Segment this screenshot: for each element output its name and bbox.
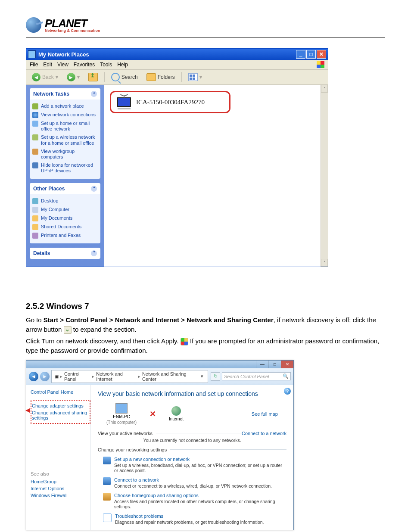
- disconnected-icon: ✕: [149, 409, 156, 419]
- search-input[interactable]: Search Control Panel 🔍: [222, 372, 291, 380]
- see-also-homegroup[interactable]: HomeGroup: [31, 479, 90, 484]
- opt-homegroup[interactable]: Choose homegroup and sharing options Acc…: [103, 493, 286, 509]
- task-setup-wireless[interactable]: Set up a wireless network for a home or …: [31, 133, 99, 147]
- folders-button[interactable]: Folders: [143, 72, 178, 82]
- menu-view[interactable]: View: [57, 62, 68, 68]
- search-icon: 🔍: [283, 373, 289, 379]
- back-arrow-icon: ◄: [32, 73, 40, 81]
- folder-up-icon: [88, 73, 98, 81]
- menu-favorites[interactable]: Favorites: [74, 62, 95, 68]
- minimize-button[interactable]: _: [296, 50, 305, 59]
- breadcrumb-dropdown-icon[interactable]: ▾: [199, 373, 205, 379]
- control-panel-home-link[interactable]: Control Panel Home: [31, 389, 90, 395]
- device-label[interactable]: ICA-5150-00304FA29270: [136, 99, 205, 106]
- expand-icon[interactable]: ˅: [91, 250, 97, 256]
- task-view-workgroup[interactable]: View workgroup computers: [31, 147, 99, 161]
- win7-titlebar[interactable]: — □ ✕: [26, 361, 293, 368]
- expand-arrow-icon: [64, 326, 72, 334]
- win7-main-pane: ? View your basic network information an…: [91, 385, 293, 530]
- windows-flag-icon: [317, 61, 324, 68]
- scroll-down-icon[interactable]: ˅: [321, 259, 328, 267]
- menu-edit[interactable]: Edit: [43, 62, 52, 68]
- opt-connect-network[interactable]: Connect to a network Connect or reconnec…: [103, 477, 286, 488]
- win7-window: — □ ✕ ◄ ► ▣ ▸ Control Panel ▸ Network an…: [26, 360, 294, 530]
- menu-file[interactable]: File: [30, 62, 38, 68]
- place-my-documents[interactable]: My Documents: [31, 214, 99, 223]
- collapse-icon[interactable]: ˄: [91, 91, 97, 97]
- place-printers-faxes[interactable]: Printers and Faxes: [31, 231, 99, 240]
- place-desktop[interactable]: Desktop: [31, 197, 99, 205]
- menu-tools[interactable]: Tools: [100, 62, 112, 68]
- brand-name: PLANET: [45, 18, 100, 29]
- section-heading: 2.5.2 Windows 7: [26, 302, 385, 311]
- change-sharing-link[interactable]: Change advanced sharing settings: [32, 410, 89, 420]
- setup-connection-icon: [103, 457, 111, 464]
- breadcrumb[interactable]: ▣ ▸ Control Panel ▸ Network and Internet…: [51, 370, 208, 383]
- opt-setup-connection[interactable]: Set up a new connection or network Set u…: [103, 457, 286, 473]
- views-button[interactable]: ▾: [185, 72, 205, 82]
- network-tasks-title: Network Tasks: [33, 91, 69, 97]
- uac-shield-icon: [181, 338, 188, 345]
- help-icon[interactable]: ?: [284, 388, 291, 395]
- see-also-windows-firewall[interactable]: Windows Firewall: [31, 493, 90, 498]
- pc-name: ENM-PC: [113, 414, 130, 419]
- planet-globe-icon: [26, 17, 41, 33]
- menu-help[interactable]: Help: [117, 62, 128, 68]
- xp-toolbar: ◄ Back ▾ ► ▾ Search Folders ▾: [26, 70, 328, 85]
- network-map: ENM-PC (This computer) ✕ Internet See fu…: [98, 403, 286, 425]
- main-heading: View your basic network information and …: [98, 390, 286, 397]
- close-button[interactable]: ✕: [317, 50, 326, 59]
- forward-button[interactable]: ► ▾: [64, 72, 83, 83]
- header-divider: [26, 37, 385, 38]
- close-button[interactable]: ✕: [281, 361, 293, 368]
- task-hide-upnp-icons[interactable]: Hide icons for networked UPnP devices: [31, 161, 99, 175]
- control-panel-icon: ▣: [54, 373, 59, 379]
- forward-arrow-icon: ►: [67, 73, 75, 81]
- network-places-icon: [28, 50, 36, 58]
- task-view-connections[interactable]: View network connections: [31, 111, 99, 119]
- task-setup-home-network[interactable]: Set up a home or small office network: [31, 119, 99, 133]
- back-button[interactable]: ◄: [29, 372, 38, 381]
- connect-network-link[interactable]: Connect to a network: [242, 431, 286, 436]
- highlight-arrow-icon: [25, 408, 30, 413]
- see-also-label: See also: [31, 471, 90, 476]
- place-shared-documents[interactable]: Shared Documents: [31, 223, 99, 231]
- internet-label: Internet: [169, 417, 184, 421]
- camera-device-icon[interactable]: [116, 95, 132, 109]
- section-paragraph-1: Go to Start > Control Panel > Network an…: [26, 315, 385, 335]
- homegroup-icon: [103, 493, 111, 501]
- search-button[interactable]: Search: [108, 72, 141, 83]
- network-tasks-panel: Network Tasks ˄ Add a network place View…: [30, 88, 100, 179]
- change-adapter-link[interactable]: Change adapter settings: [32, 403, 89, 408]
- back-button[interactable]: ◄ Back ▾: [29, 72, 61, 83]
- brand-tagline: Networking & Communication: [45, 29, 100, 33]
- highlight-box: Change adapter settings Change advanced …: [31, 400, 90, 424]
- details-panel: Details ˅: [30, 248, 100, 259]
- other-places-title: Other Places: [33, 186, 65, 192]
- xp-menubar: File Edit View Favorites Tools Help: [26, 60, 328, 70]
- opt-troubleshoot[interactable]: Troubleshoot problems Diagnose and repai…: [103, 513, 286, 525]
- collapse-icon[interactable]: ˄: [91, 186, 97, 192]
- views-icon: [188, 73, 198, 81]
- xp-content-area: ICA-5150-00304FA29270: [104, 85, 321, 267]
- change-settings-label: Change your networking settings: [98, 447, 167, 452]
- connect-network-icon: [103, 477, 111, 485]
- see-full-map-link[interactable]: See full map: [252, 411, 278, 417]
- forward-button[interactable]: ►: [40, 372, 50, 381]
- see-also-internet-options[interactable]: Internet Options: [31, 486, 90, 491]
- scroll-up-icon[interactable]: ˄: [321, 85, 328, 93]
- active-networks-label: View your active networks: [98, 431, 153, 436]
- up-button[interactable]: [85, 72, 101, 83]
- device-highlight: ICA-5150-00304FA29270: [110, 91, 230, 113]
- win7-side-pane: Control Panel Home Change adapter settin…: [26, 385, 91, 530]
- xp-titlebar[interactable]: My Network Places _ □ ✕: [26, 49, 328, 60]
- maximize-button[interactable]: □: [268, 361, 281, 368]
- maximize-button[interactable]: □: [306, 50, 316, 59]
- place-my-computer[interactable]: My Computer: [31, 205, 99, 214]
- minimize-button[interactable]: —: [256, 361, 268, 368]
- troubleshoot-icon: [103, 513, 112, 522]
- xp-scrollbar[interactable]: ˄ ˅: [321, 85, 328, 267]
- refresh-button[interactable]: ↻: [211, 372, 220, 381]
- section-paragraph-2: Click Turn on network discovery, and the…: [26, 336, 385, 356]
- task-add-network-place[interactable]: Add a network place: [31, 102, 99, 111]
